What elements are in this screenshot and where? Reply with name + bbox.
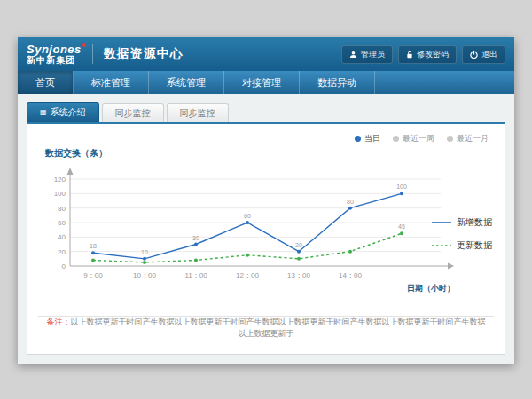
app-window: Synjones 新中新集团 数据资源中心 管理员 修改密码 [18, 37, 514, 364]
svg-text:14：00: 14：00 [339, 271, 362, 279]
period-filter-today-label: 当日 [364, 133, 380, 145]
page-title: 数据资源中心 [104, 46, 184, 62]
svg-text:40: 40 [58, 233, 66, 241]
admin-button-label: 管理员 [361, 49, 385, 60]
legend-new-data-label: 新增数据 [457, 216, 492, 229]
dotted-line-icon [432, 242, 451, 249]
legend-update-data-label: 更新数据 [457, 239, 492, 252]
svg-text:日期（小时）: 日期（小时） [407, 284, 455, 293]
svg-text:12：00: 12：00 [236, 271, 259, 279]
svg-text:100: 100 [54, 190, 66, 198]
chart-legend: 新增数据 更新数据 [432, 216, 492, 252]
logout-icon [470, 51, 478, 59]
main-nav: 首页 标准管理 系统管理 对接管理 数据异动 [18, 71, 514, 94]
chart-panel: 当日 最近一周 最近一月 数据交换（条） 0204060801001209：00… [27, 122, 505, 355]
logo-subtext: 新中新集团 [27, 56, 82, 66]
change-password-button-label: 修改密码 [417, 49, 449, 60]
svg-text:11：00: 11：00 [184, 271, 207, 279]
tab-sync-monitor-2-label: 同步监控 [180, 107, 215, 120]
header-actions: 管理员 修改密码 退出 [341, 45, 505, 64]
svg-text:10：00: 10：00 [133, 271, 156, 279]
svg-text:10: 10 [141, 249, 148, 255]
tab-sync-monitor-1-label: 同步监控 [115, 107, 151, 120]
period-filter-today[interactable]: 当日 [355, 133, 380, 145]
svg-text:20: 20 [295, 242, 302, 248]
period-filter-week-label: 最近一周 [403, 133, 434, 145]
footnote: 备注：以上数据更新于时间产生数据以上数据更新于时间产生数据以上数据更新于时间产生… [45, 317, 487, 340]
svg-text:45: 45 [398, 223, 405, 230]
header: Synjones 新中新集团 数据资源中心 管理员 修改密码 [18, 37, 514, 71]
grid-icon: ▦ [40, 109, 47, 116]
solid-line-icon [432, 219, 451, 226]
nav-item-home[interactable]: 首页 [18, 71, 74, 94]
logo-text: Synjones [27, 43, 82, 56]
svg-text:80: 80 [58, 205, 66, 213]
nav-item-standard-mgmt[interactable]: 标准管理 [74, 71, 149, 94]
svg-text:100: 100 [396, 184, 407, 190]
change-password-button[interactable]: 修改密码 [398, 45, 457, 64]
content-area: ▦ 系统介绍 同步监控 同步监控 当日 最近一周 [18, 94, 514, 355]
tab-system-intro[interactable]: ▦ 系统介绍 [27, 102, 99, 122]
logo: Synjones 新中新集团 [27, 43, 82, 65]
svg-text:20: 20 [58, 248, 66, 256]
nav-item-interface-mgmt[interactable]: 对接管理 [224, 71, 300, 94]
period-filter-week[interactable]: 最近一周 [393, 133, 434, 145]
legend-item-new-data[interactable]: 新增数据 [432, 216, 492, 229]
logout-button[interactable]: 退出 [462, 45, 505, 64]
svg-text:30: 30 [192, 235, 200, 241]
period-filter-month[interactable]: 最近一月 [447, 133, 489, 145]
tab-system-intro-label: 系统介绍 [51, 106, 86, 119]
line-chart: 0204060801001209：0010：0011：0012：0013：001… [38, 161, 458, 307]
user-icon [349, 51, 357, 59]
svg-text:60: 60 [244, 213, 251, 219]
legend-item-update-data[interactable]: 更新数据 [432, 239, 492, 252]
period-dot-icon [355, 136, 361, 142]
line-chart-svg: 0204060801001209：0010：0011：0012：0013：001… [38, 161, 458, 303]
y-axis-title: 数据交换（条） [45, 147, 107, 160]
nav-item-system-mgmt[interactable]: 系统管理 [149, 71, 224, 94]
svg-text:60: 60 [58, 219, 66, 227]
svg-text:80: 80 [347, 199, 354, 205]
svg-text:13：00: 13：00 [287, 271, 310, 279]
tab-bar: ▦ 系统介绍 同步监控 同步监控 [27, 102, 505, 122]
period-filter: 当日 最近一周 最近一月 [355, 133, 489, 145]
nav-item-data-change[interactable]: 数据异动 [300, 71, 375, 94]
footnote-text: 以上数据更新于时间产生数据以上数据更新于时间产生数据以上数据更新于时间产生数据以… [71, 317, 486, 338]
svg-text:0: 0 [62, 262, 66, 270]
period-filter-month-label: 最近一月 [457, 133, 489, 145]
footnote-prefix: 备注： [47, 317, 71, 326]
svg-text:120: 120 [54, 176, 66, 184]
period-dot-icon [447, 136, 453, 142]
logout-button-label: 退出 [481, 49, 497, 60]
logo-accent-dot [82, 43, 86, 47]
header-divider [92, 44, 93, 64]
svg-text:9：00: 9：00 [83, 271, 103, 279]
tab-sync-monitor-1[interactable]: 同步监控 [102, 103, 164, 122]
admin-button[interactable]: 管理员 [341, 45, 393, 64]
lock-icon [406, 51, 413, 59]
svg-text:18: 18 [90, 243, 97, 249]
period-dot-icon [393, 136, 399, 142]
tab-sync-monitor-2[interactable]: 同步监控 [167, 103, 229, 122]
